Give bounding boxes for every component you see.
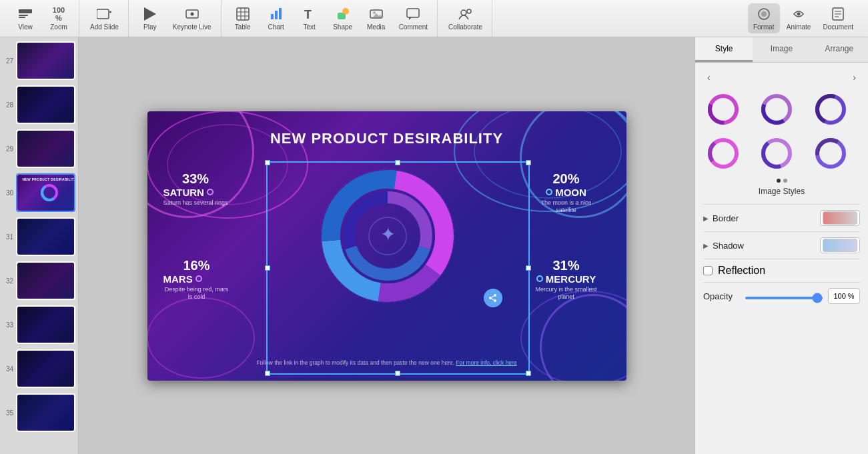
share-button[interactable] <box>484 289 502 307</box>
chart-button[interactable]: Chart <box>260 3 292 33</box>
table-label: Table <box>235 23 251 31</box>
collaborate-button[interactable]: Collaborate <box>443 3 488 33</box>
format-button[interactable]: Format <box>748 3 780 33</box>
slide-num-30: 30 <box>3 189 13 197</box>
document-label: Document <box>823 23 853 31</box>
moon-desc: The moon is a nice satellite <box>533 199 600 215</box>
border-swatch-box[interactable] <box>820 210 860 226</box>
play-button[interactable]: Play <box>134 3 166 33</box>
tab-image[interactable]: Image <box>753 37 810 62</box>
border-triangle: ▶ <box>703 215 709 222</box>
canvas-area[interactable]: NEW PRODUCT DESIRABILITY 33% SATURN Satu… <box>79 37 695 454</box>
sel-handle-br[interactable] <box>526 371 531 376</box>
reflection-checkbox[interactable] <box>703 266 713 275</box>
slide-row-29: 29 <box>3 128 75 169</box>
stat-moon: 20% MOON The moon is a nice satellite <box>533 171 600 215</box>
slide-num-31: 31 <box>3 233 13 241</box>
right-panel: Style Image Arrange ‹ › <box>695 37 868 454</box>
slide-panel: 27 28 29 30 NEW PRODUCT DESIRABILITY <box>0 37 79 454</box>
moon-pct: 20% <box>533 171 600 187</box>
format-label: Format <box>753 23 775 31</box>
keynote-live-icon <box>184 6 200 22</box>
slide-thumb-35[interactable] <box>16 393 75 432</box>
slide-thumb-30[interactable]: NEW PRODUCT DESIRABILITY <box>16 173 75 212</box>
slide-thumb-29[interactable] <box>16 129 75 168</box>
bottom-text: Follow the link in the graph to modify i… <box>147 359 626 367</box>
play-label: Play <box>143 23 156 31</box>
image-styles-section: ‹ › <box>703 71 860 196</box>
collaborate-group: Collaborate <box>439 0 492 37</box>
slide-thumb-27[interactable] <box>16 41 75 80</box>
style-dot-bar <box>703 179 860 183</box>
img-style-2[interactable] <box>757 89 797 129</box>
text-icon: T <box>302 6 318 22</box>
donut-chart[interactable]: ✦ <box>314 159 461 313</box>
chart-icon <box>268 6 284 22</box>
insert-group: Table Chart T Text Shape Media <box>223 0 438 37</box>
animate-label: Animate <box>787 23 811 31</box>
comment-button[interactable]: Comment <box>394 3 433 33</box>
slide-row-31: 31 <box>3 216 75 257</box>
slide-canvas: NEW PRODUCT DESIRABILITY 33% SATURN Satu… <box>147 111 626 381</box>
svg-text:✦: ✦ <box>380 224 395 245</box>
border-row[interactable]: ▶ Border <box>703 204 860 231</box>
mercury-desc: Mercury is the smallest planet <box>533 286 600 301</box>
saturn-pct: 33% <box>163 171 228 187</box>
opacity-row: Opacity 100 % <box>703 282 860 309</box>
slide-thumb-33[interactable] <box>16 305 75 344</box>
shadow-row[interactable]: ▶ Shadow <box>703 231 860 259</box>
table-button[interactable]: Table <box>227 3 259 33</box>
slide-num-34: 34 <box>3 365 13 373</box>
add-slide-button[interactable]: Add Slide <box>85 3 124 33</box>
style-dot-2 <box>783 179 787 183</box>
svg-point-19 <box>342 8 349 15</box>
svg-point-25 <box>461 10 466 15</box>
keynote-live-button[interactable]: Keynote Live <box>167 3 217 33</box>
add-slide-icon <box>96 6 112 22</box>
bottom-link[interactable]: For more info, click here <box>456 359 516 366</box>
sel-handle-bc[interactable] <box>395 371 400 376</box>
collaborate-label: Collaborate <box>448 23 482 31</box>
sel-handle-tr[interactable] <box>526 160 531 165</box>
slide-thumb-28[interactable] <box>16 85 75 124</box>
sel-handle-bl[interactable] <box>265 371 270 376</box>
animate-button[interactable]: Animate <box>781 3 817 33</box>
img-style-5[interactable] <box>757 133 797 173</box>
slide-thumb-31[interactable] <box>16 217 75 256</box>
slide-thumb-34[interactable] <box>16 349 75 388</box>
style-nav-right[interactable]: › <box>849 71 860 84</box>
view-button[interactable]: View <box>9 3 41 33</box>
slide-title: NEW PRODUCT DESIRABILITY <box>147 130 626 147</box>
img-style-6[interactable] <box>811 133 851 173</box>
add-slide-label: Add Slide <box>90 23 119 31</box>
mars-desc: Despite being red, mars is cold <box>163 286 230 301</box>
svg-line-56 <box>492 296 494 297</box>
media-label: Media <box>367 23 385 31</box>
slide-num-33: 33 <box>3 321 13 329</box>
shadow-swatch-box[interactable] <box>820 237 860 253</box>
slide-row-34: 34 <box>3 348 75 389</box>
slide-num-29: 29 <box>3 145 13 153</box>
img-style-3[interactable] <box>811 89 851 129</box>
slide-thumb-32[interactable] <box>16 261 75 300</box>
style-nav-left[interactable]: ‹ <box>703 71 715 84</box>
view-group: View 100 % Zoom <box>5 0 79 37</box>
tab-arrange[interactable]: Arrange <box>811 37 868 62</box>
shape-label: Shape <box>333 23 352 31</box>
tab-style[interactable]: Style <box>695 37 753 62</box>
opacity-slider[interactable] <box>745 297 823 299</box>
zoom-button[interactable]: 100 % Zoom <box>43 3 75 33</box>
sel-handle-tl[interactable] <box>265 160 270 165</box>
svg-rect-14 <box>271 14 274 19</box>
document-button[interactable]: Document <box>817 3 859 33</box>
img-style-1[interactable] <box>703 89 743 129</box>
collaborate-icon <box>458 6 474 22</box>
sel-handle-mr[interactable] <box>526 265 531 271</box>
svg-point-53 <box>494 294 496 297</box>
text-button[interactable]: T Text <box>294 3 326 33</box>
border-color-swatch <box>823 211 857 225</box>
img-style-4[interactable] <box>703 133 743 173</box>
sel-handle-ml[interactable] <box>265 265 270 271</box>
media-button[interactable]: Media <box>360 3 392 33</box>
shape-button[interactable]: Shape <box>327 3 359 33</box>
